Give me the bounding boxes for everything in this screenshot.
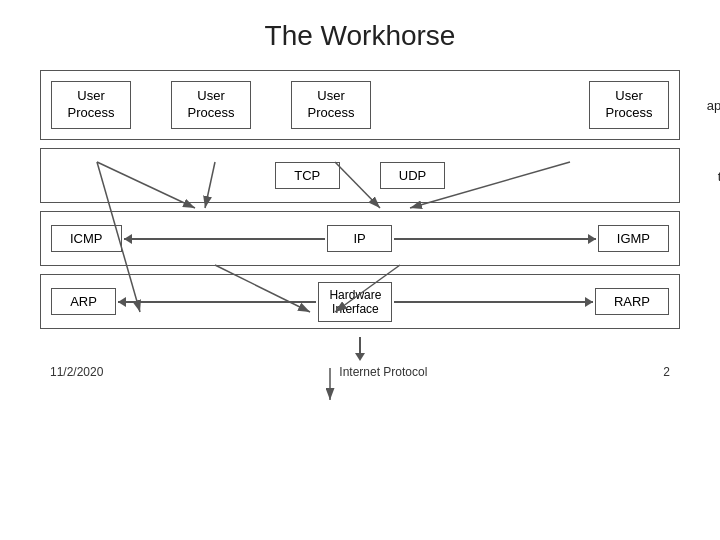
arp-box: ARP xyxy=(51,288,116,315)
link-layer: ARP HardwareInterface RARP link xyxy=(40,274,680,329)
application-layer: UserProcess UserProcess UserProcess User… xyxy=(40,70,680,140)
diagram: UserProcess UserProcess UserProcess User… xyxy=(40,70,680,379)
icmp-box: ICMP xyxy=(51,225,122,252)
footer-page: 2 xyxy=(663,365,670,379)
ip-box: IP xyxy=(327,225,392,252)
tcp-box: TCP xyxy=(275,162,340,189)
down-arrow-container xyxy=(40,337,680,361)
rarp-box: RARP xyxy=(595,288,669,315)
application-label: application xyxy=(707,98,720,113)
slide-title: The Workhorse xyxy=(40,20,680,52)
udp-box: UDP xyxy=(380,162,445,189)
user-process-1: UserProcess xyxy=(51,81,131,129)
user-process-3: UserProcess xyxy=(291,81,371,129)
user-process-4: UserProcess xyxy=(589,81,669,129)
user-process-2: UserProcess xyxy=(171,81,251,129)
footer-date: 11/2/2020 xyxy=(50,365,103,379)
footer-label: Internet Protocol xyxy=(339,365,427,379)
network-layer: ICMP IP IGMP network xyxy=(40,211,680,266)
igmp-box: IGMP xyxy=(598,225,669,252)
hardware-interface-box: HardwareInterface xyxy=(318,282,392,322)
footer: 11/2/2020 Internet Protocol 2 xyxy=(40,365,680,379)
transport-layer: TCP UDP transport xyxy=(40,148,680,203)
slide: The Workhorse UserProcess UserProcess Us… xyxy=(0,0,720,540)
